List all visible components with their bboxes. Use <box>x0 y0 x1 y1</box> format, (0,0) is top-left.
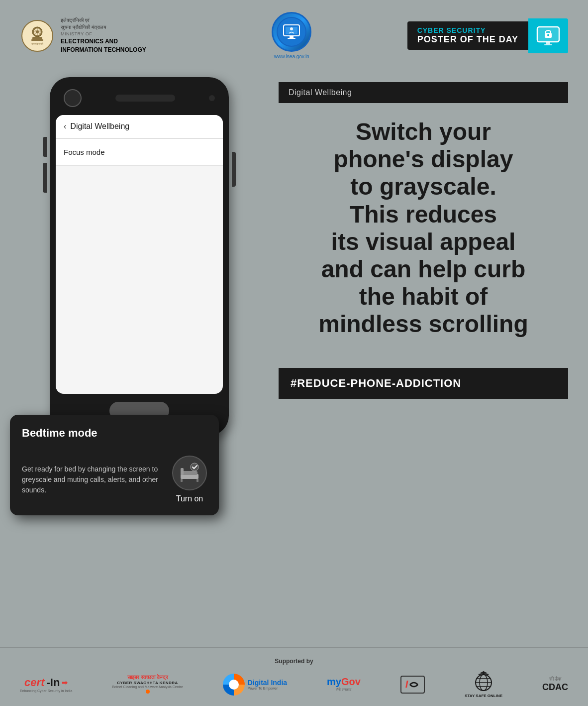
isea-svg <box>276 16 307 48</box>
focus-mode-item: Focus mode <box>56 139 223 165</box>
bedtime-title: Bedtime mode <box>22 427 207 440</box>
bed-icon <box>172 456 207 490</box>
cdac-inner: सी डैक CDAC <box>542 676 568 693</box>
hindi-text: इलेक्ट्रॉनिकी एवं <box>61 17 146 24</box>
cyber-kendra-hindi: साइबर स्वच्छता केन्द्र <box>112 674 183 681</box>
svg-point-34 <box>483 671 485 673</box>
mygov-text: myGov <box>327 676 361 688</box>
ministry-text: इलेक्ट्रॉनिकी एवं सूचना प्रौद्योगिकी मंत… <box>61 17 146 54</box>
ic-logo: I <box>400 676 425 694</box>
bedtime-description: Get ready for bed by changing the screen… <box>22 464 164 495</box>
digital-india-inner: Digital India Power To Empower <box>223 674 287 696</box>
di-swirl-inner <box>229 680 239 690</box>
hashtag-text: #REDUCE-PHONE-ADDICTION <box>291 377 461 389</box>
svg-rect-25 <box>181 468 184 475</box>
heading-line7: the habit of <box>359 283 488 310</box>
svg-point-20 <box>547 34 549 36</box>
isea-circle <box>272 12 311 52</box>
ministry-of-label: MINISTRY OF <box>61 31 146 37</box>
emblem-circle: सत्यमेव जयते <box>21 20 53 52</box>
ic-logo-inner: I <box>400 676 425 694</box>
ic-svg <box>408 679 420 691</box>
cyber-security-label: CYBER SECURITY <box>417 26 518 34</box>
phone-top-bar <box>56 85 223 111</box>
screen-title-text: Digital Wellbeing <box>70 122 129 131</box>
heading-line1: Switch your <box>356 118 491 145</box>
heading-line5: its visual appeal <box>331 229 516 255</box>
ministry-name1: ELECTRONICS AND <box>61 37 146 46</box>
certin-sub: Enhancing Cyber Security in India <box>20 689 72 693</box>
stay-safe-online-logo: STAY SAFE ONLINE <box>465 671 502 698</box>
screen-empty-space <box>56 166 223 265</box>
certin-logo: cert -In ➡ Enhancing Cyber Security in I… <box>20 676 72 693</box>
svg-rect-24 <box>182 471 197 475</box>
phone-device: ‹ Digital Wellbeing Focus mode <box>50 77 229 436</box>
header: सत्यमेव जयते इलेक्ट्रॉनिकी एवं सूचना प्र… <box>0 0 588 67</box>
phone-side-buttons-left <box>43 137 47 193</box>
ic-curve <box>408 679 420 691</box>
cdac-logo: सी डैक CDAC <box>542 676 568 693</box>
bedtime-content: Get ready for bed by changing the screen… <box>22 456 207 503</box>
svg-rect-21 <box>546 42 550 44</box>
phone-side-buttons-right <box>232 152 236 187</box>
phone-screen: ‹ Digital Wellbeing Focus mode <box>56 115 223 394</box>
svg-rect-27 <box>196 479 198 482</box>
power-button <box>232 152 236 187</box>
bed-icon-svg <box>179 462 200 484</box>
heading-line2: phone's display <box>334 146 513 172</box>
footer-logos: cert -In ➡ Enhancing Cyber Security in I… <box>20 671 568 698</box>
government-emblem: सत्यमेव जयते <box>20 18 55 53</box>
mygov-logo: myGov मेरो सरकार <box>327 676 361 693</box>
heading-line8: mindless scrolling <box>318 311 528 337</box>
phone-section: ‹ Digital Wellbeing Focus mode Bedtime m… <box>20 77 259 605</box>
mygov-inner: myGov मेरो सरकार <box>327 676 361 693</box>
di-title: Digital India <box>248 679 287 687</box>
cyber-badge-icon <box>528 18 568 53</box>
cyber-badge: CYBER SECURITY POSTER OF THE DAY <box>407 18 568 53</box>
emblem-svg: सत्यमेव जयते <box>25 24 49 48</box>
heading-line3: to grayscale. <box>350 173 496 200</box>
lock-monitor-icon <box>534 22 562 50</box>
isea-website: www.isea.gov.in <box>274 54 309 59</box>
globe-wifi-svg <box>473 671 494 693</box>
cdac-hindi: सी डैक <box>542 676 568 682</box>
volume-up-button <box>43 137 47 157</box>
turn-on-label[interactable]: Turn on <box>176 494 203 503</box>
poster-day-label: POSTER OF THE DAY <box>417 34 518 45</box>
hindi-text2: सूचना प्रौद्योगिकी मंत्रालय <box>61 24 146 31</box>
di-text-block: Digital India Power To Empower <box>248 679 287 690</box>
certin-cert: cert <box>24 676 44 689</box>
certin-logo-inner: cert -In ➡ <box>24 676 68 689</box>
svg-text:सत्यमेव जयते: सत्यमेव जयते <box>31 42 43 45</box>
di-swirl <box>223 674 245 696</box>
stay-safe-label: STAY SAFE ONLINE <box>465 694 502 698</box>
cyber-badge-text: CYBER SECURITY POSTER OF THE DAY <box>407 21 528 50</box>
svg-rect-14 <box>290 36 294 38</box>
svg-point-28 <box>191 463 198 471</box>
volume-down-button <box>43 163 47 193</box>
bedtime-popup: Bedtime mode Get ready for bed by changi… <box>10 415 219 515</box>
cyber-kendra-logo: साइबर स्वच्छता केन्द्र CYBER SWACHHTA KE… <box>112 674 183 695</box>
svg-rect-22 <box>544 44 552 45</box>
stay-safe-inner: STAY SAFE ONLINE <box>465 671 502 698</box>
hashtag-banner: #REDUCE-PHONE-ADDICTION <box>279 368 568 399</box>
header-left: सत्यमेव जयते इलेक्ट्रॉनिकी एवं सूचना प्र… <box>20 17 146 54</box>
phone-sensor <box>209 95 215 101</box>
svg-point-16 <box>290 27 293 30</box>
svg-rect-8 <box>31 39 43 41</box>
supported-by-label: Supported by <box>20 658 568 665</box>
cyber-kendra-inner: साइबर स्वच्छता केन्द्र CYBER SWACHHTA KE… <box>112 674 183 695</box>
certin-in: -In <box>46 676 60 689</box>
digital-india-logo: Digital India Power To Empower <box>223 674 287 696</box>
stay-safe-icon <box>473 671 494 693</box>
main-content: ‹ Digital Wellbeing Focus mode Bedtime m… <box>0 67 588 615</box>
di-sub: Power To Empower <box>248 687 287 690</box>
ministry-name2: INFORMATION TECHNOLOGY <box>61 46 146 54</box>
cyber-kendra-dot <box>146 690 150 694</box>
text-section: Digital Wellbeing Switch your phone's di… <box>279 77 568 605</box>
turn-on-section: Turn on <box>172 456 207 503</box>
mygov-sub: मेरो सरकार <box>327 688 361 693</box>
phone-speaker <box>115 95 175 102</box>
screen-header: ‹ Digital Wellbeing <box>56 115 223 138</box>
heading-line6: and can help curb <box>321 256 526 282</box>
